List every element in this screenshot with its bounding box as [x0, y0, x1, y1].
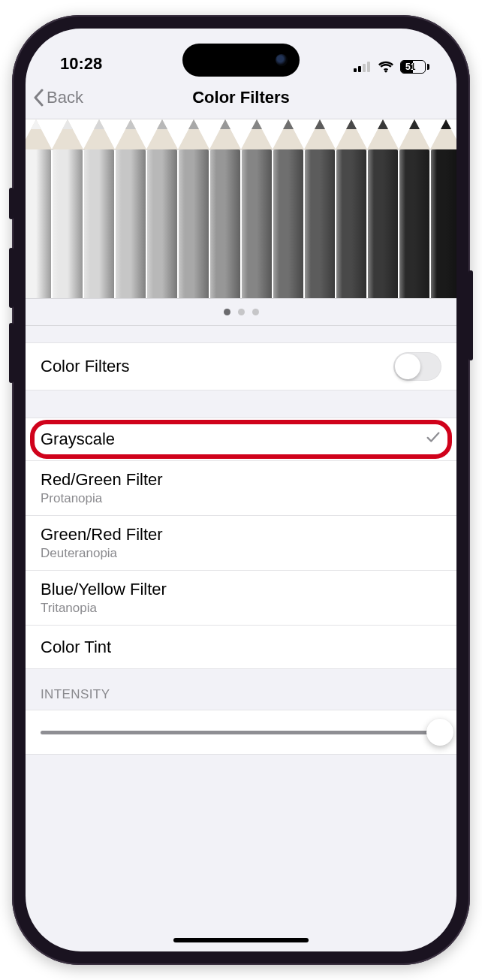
filter-preview[interactable] [26, 119, 456, 299]
filter-row[interactable]: Red/Green FilterProtanopia [26, 461, 456, 516]
toggle-group: Color Filters [26, 342, 456, 390]
dynamic-island [182, 44, 300, 77]
filter-row[interactable]: Blue/Yellow FilterTritanopia [26, 571, 456, 626]
power-button [468, 270, 473, 360]
checkmark-icon [425, 429, 441, 450]
chevron-left-icon [33, 89, 45, 107]
page-dot[interactable] [252, 309, 259, 315]
filter-label: Grayscale [41, 430, 115, 449]
pencil-icon [209, 119, 241, 298]
pencil-icon [367, 119, 399, 298]
pencil-icon [26, 119, 52, 298]
intensity-header: INTENSITY [26, 669, 456, 710]
page-dot[interactable] [238, 309, 245, 315]
intensity-row [26, 710, 456, 755]
svg-rect-0 [354, 68, 357, 72]
back-label: Back [47, 88, 83, 107]
filter-label: Red/Green Filter [41, 470, 163, 490]
pencil-icon [430, 119, 456, 298]
filter-label: Blue/Yellow Filter [41, 580, 167, 599]
svg-rect-3 [367, 62, 370, 72]
svg-rect-1 [358, 66, 361, 72]
page-dot[interactable] [224, 309, 230, 315]
filter-sublabel: Protanopia [41, 491, 163, 506]
page-title: Color Filters [192, 88, 290, 107]
color-filters-toggle-row[interactable]: Color Filters [26, 342, 456, 390]
pencil-icon [336, 119, 367, 298]
pencil-icon [178, 119, 209, 298]
wifi-icon [378, 61, 394, 73]
filter-list: GrayscaleRed/Green FilterProtanopiaGreen… [26, 418, 456, 669]
status-time: 10:28 [60, 54, 102, 74]
intensity-slider[interactable] [41, 731, 441, 734]
filter-label: Color Tint [41, 638, 111, 657]
filter-label: Green/Red Filter [41, 525, 163, 544]
filter-sublabel: Tritanopia [41, 601, 167, 616]
page-indicator[interactable] [26, 299, 456, 326]
pencil-icon [52, 119, 83, 298]
filter-row[interactable]: Grayscale [26, 418, 456, 461]
pencil-icon [304, 119, 336, 298]
filter-row[interactable]: Green/Red FilterDeuteranopia [26, 516, 456, 571]
pencil-icon [146, 119, 178, 298]
color-filters-switch[interactable] [393, 352, 441, 381]
mute-switch [9, 188, 14, 219]
volume-up [9, 248, 14, 308]
slider-thumb[interactable] [426, 719, 453, 746]
pencil-icon [273, 119, 304, 298]
home-indicator[interactable] [173, 938, 309, 942]
nav-bar: Back Color Filters [26, 77, 456, 119]
cellular-signal-icon [354, 62, 372, 72]
pencil-icon [399, 119, 430, 298]
svg-rect-2 [363, 64, 366, 72]
filter-row[interactable]: Color Tint [26, 626, 456, 669]
pencil-icon [115, 119, 146, 298]
switch-knob [395, 354, 420, 379]
volume-down [9, 323, 14, 383]
pencil-icon [241, 119, 273, 298]
toggle-label: Color Filters [41, 357, 130, 376]
battery-icon: 51 [400, 60, 429, 74]
pencil-icon [83, 119, 115, 298]
front-camera-icon [276, 54, 288, 66]
filter-sublabel: Deuteranopia [41, 546, 163, 561]
screen: 10:28 51 [26, 29, 456, 951]
battery-pct: 51 [405, 62, 415, 72]
phone-frame: 10:28 51 [12, 15, 470, 965]
back-button[interactable]: Back [33, 88, 83, 107]
